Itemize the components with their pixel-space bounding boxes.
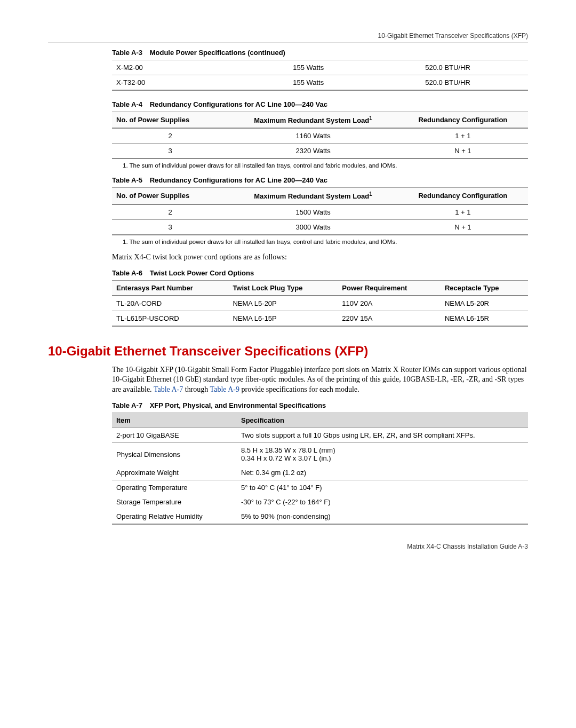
table-header: Receptacle Type — [441, 280, 528, 296]
table-a4-footnote: 1. The sum of individual power draws for… — [123, 162, 528, 169]
th-sup: 1 — [369, 115, 372, 121]
table-cell: 2320 Watts — [228, 144, 397, 159]
dim-in: 0.34 H x 0.72 W x 3.07 L (in.) — [241, 454, 524, 462]
table-cell: TL-L615P-USCORD — [112, 311, 228, 326]
table-cell: 155 Watts — [249, 75, 367, 91]
table-a6-num: Table A-6 — [112, 269, 142, 277]
body-text-twistlock: Matrix X4-C twist lock power cord option… — [112, 252, 528, 263]
table-header: Enterasys Part Number — [112, 280, 228, 296]
table-cell: Two slots support a full 10 Gbps using L… — [237, 428, 528, 443]
table-cell: 2 — [112, 204, 228, 220]
table-cell: 110V 20A — [338, 296, 441, 311]
table-cell: TL-20A-CORD — [112, 296, 228, 311]
table-cell: NEMA L5-20P — [228, 296, 338, 311]
table-cell: 2 — [112, 128, 228, 144]
table-a5-num: Table A-5 — [112, 176, 142, 184]
link-table-a7[interactable]: Table A-7 — [154, 385, 183, 393]
section-intro-paragraph: The 10-Gigabit XFP (10-Gigabit Small For… — [112, 365, 528, 395]
table-cell: 1 + 1 — [398, 128, 528, 144]
para-text-b: provide specifications for each module. — [242, 385, 359, 393]
para-text-mid: through — [185, 385, 210, 393]
table-a4-num: Table A-4 — [112, 100, 142, 108]
table-cell: 3 — [112, 219, 228, 235]
table-a3-title: Module Power Specifications (continued) — [150, 49, 285, 57]
table-cell: X-T32-00 — [112, 75, 249, 91]
table-cell: 1160 Watts — [228, 128, 397, 144]
table-a7: Item Specification 2-port 10 GigaBASE Tw… — [112, 413, 528, 525]
table-cell: 1500 Watts — [228, 204, 397, 220]
dim-mm: 8.5 H x 18.35 W x 78.0 L (mm) — [241, 446, 524, 454]
table-header: Item — [112, 413, 237, 428]
page-footer: Matrix X4-C Chassis Installation Guide A… — [48, 543, 528, 550]
table-a5-caption: Table A-5 Redundancy Configurations for … — [112, 176, 528, 184]
table-header: Maximum Redundant System Load1 — [228, 112, 397, 129]
table-a7-caption: Table A-7 XFP Port, Physical, and Enviro… — [112, 401, 528, 409]
page-header-right: 10-Gigabit Ethernet Transceiver Specific… — [48, 32, 528, 39]
table-cell: 8.5 H x 18.35 W x 78.0 L (mm) 0.34 H x 0… — [237, 443, 528, 466]
table-cell: -30° to 73° C (-22° to 164° F) — [237, 495, 528, 509]
table-header: Redundancy Configuration — [398, 188, 528, 204]
th-text: Maximum Redundant System Load — [254, 116, 369, 124]
table-cell: N + 1 — [398, 219, 528, 235]
link-table-a9[interactable]: Table A-9 — [210, 385, 239, 393]
table-a5-footnote: 1. The sum of individual power draws for… — [123, 239, 528, 245]
table-a4-title: Redundancy Configurations for AC Line 10… — [150, 100, 327, 108]
table-cell: 3000 Watts — [228, 219, 397, 235]
table-header: Twist Lock Plug Type — [228, 280, 338, 296]
table-a3-caption: Table A-3 Module Power Specifications (c… — [112, 49, 528, 57]
table-cell: N + 1 — [398, 144, 528, 159]
table-cell: 5° to 40° C (41° to 104° F) — [237, 480, 528, 495]
table-a4-caption: Table A-4 Redundancy Configurations for … — [112, 100, 528, 108]
table-a7-num: Table A-7 — [112, 401, 142, 409]
table-a6-caption: Table A-6 Twist Lock Power Cord Options — [112, 269, 528, 277]
table-cell: Operating Relative Humidity — [112, 509, 237, 524]
table-cell: X-M2-00 — [112, 60, 249, 75]
table-cell: 3 — [112, 144, 228, 159]
table-cell: Net: 0.34 gm (1.2 oz) — [237, 465, 528, 480]
table-a5-title: Redundancy Configurations for AC Line 20… — [150, 176, 327, 184]
table-a4: No. of Power Supplies Maximum Redundant … — [112, 112, 528, 159]
table-cell: 1 + 1 — [398, 204, 528, 220]
th-text: Maximum Redundant System Load — [254, 193, 369, 201]
table-header: No. of Power Supplies — [112, 112, 228, 129]
table-cell: Storage Temperature — [112, 495, 237, 509]
table-cell: 520.0 BTU/HR — [367, 60, 528, 75]
header-rule — [48, 43, 528, 43]
table-header: Specification — [237, 413, 528, 428]
th-sup: 1 — [369, 191, 372, 197]
table-header: Power Requirement — [338, 280, 441, 296]
table-cell: Physical Dimensions — [112, 443, 237, 466]
table-a6: Enterasys Part Number Twist Lock Plug Ty… — [112, 280, 528, 327]
table-cell: NEMA L6-15R — [441, 311, 528, 326]
table-header: Redundancy Configuration — [398, 112, 528, 129]
table-cell: 155 Watts — [249, 60, 367, 75]
section-heading-xfp: 10-Gigabit Ethernet Transceiver Specific… — [48, 344, 528, 359]
table-a5: No. of Power Supplies Maximum Redundant … — [112, 187, 528, 235]
table-cell: Approximate Weight — [112, 465, 237, 480]
table-cell: Operating Temperature — [112, 480, 237, 495]
table-cell: NEMA L5-20R — [441, 296, 528, 311]
table-a3: X-M2-00 155 Watts 520.0 BTU/HR X-T32-00 … — [112, 60, 528, 91]
table-header: No. of Power Supplies — [112, 188, 228, 204]
table-a6-title: Twist Lock Power Cord Options — [150, 269, 254, 277]
table-header: Maximum Redundant System Load1 — [228, 188, 397, 204]
table-cell: 220V 15A — [338, 311, 441, 326]
table-a3-num: Table A-3 — [112, 49, 142, 57]
table-cell: 5% to 90% (non-condensing) — [237, 509, 528, 524]
table-cell: 520.0 BTU/HR — [367, 75, 528, 91]
table-a7-title: XFP Port, Physical, and Environmental Sp… — [150, 401, 326, 409]
table-cell: 2-port 10 GigaBASE — [112, 428, 237, 443]
table-cell: NEMA L6-15P — [228, 311, 338, 326]
